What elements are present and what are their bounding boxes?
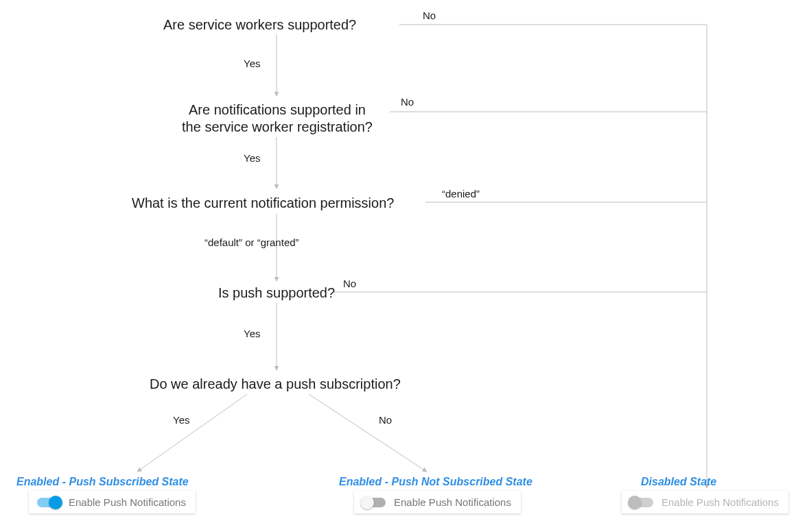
question-permission: What is the current notification permiss… bbox=[132, 195, 394, 212]
edge-q1-no: No bbox=[423, 10, 436, 21]
toggle-card-subscribed[interactable]: Enable Push Notifications bbox=[29, 491, 196, 513]
edge-q2-no: No bbox=[401, 96, 414, 108]
edge-q4-no: No bbox=[343, 278, 356, 289]
toggle-card-not-subscribed[interactable]: Enable Push Notifications bbox=[354, 491, 521, 513]
edge-q3-default-granted: “default” or “granted” bbox=[204, 237, 299, 248]
edge-q2-yes: Yes bbox=[244, 152, 260, 164]
question-service-workers: Are service workers supported? bbox=[163, 16, 356, 34]
toggle-disabled-icon bbox=[630, 498, 653, 507]
question-push-supported: Is push supported? bbox=[218, 285, 335, 302]
flow-lines bbox=[0, 0, 809, 532]
edge-q3-denied: “denied” bbox=[442, 188, 480, 200]
toggle-label: Enable Push Notifications bbox=[394, 496, 511, 508]
state-disabled: Disabled State bbox=[641, 476, 716, 488]
svg-line-9 bbox=[137, 394, 247, 472]
edge-q5-yes: Yes bbox=[173, 414, 189, 426]
state-enabled-subscribed: Enabled - Push Subscribed State bbox=[16, 476, 189, 488]
question-line2: the service worker registration? bbox=[182, 119, 373, 134]
svg-line-10 bbox=[309, 394, 427, 472]
state-enabled-not-subscribed: Enabled - Push Not Subscribed State bbox=[339, 476, 532, 488]
toggle-label: Enable Push Notifications bbox=[69, 496, 186, 508]
toggle-label: Enable Push Notifications bbox=[661, 496, 779, 508]
edge-q5-no: No bbox=[379, 414, 392, 426]
question-notifications-supported: Are notifications supported in the servi… bbox=[167, 101, 387, 136]
question-line1: Are notifications supported in bbox=[189, 102, 366, 117]
edge-q1-yes: Yes bbox=[244, 58, 260, 69]
toggle-card-disabled: Enable Push Notifications bbox=[622, 491, 788, 513]
edge-q4-yes: Yes bbox=[244, 328, 260, 339]
toggle-on-icon bbox=[37, 498, 60, 507]
question-push-subscription: Do we already have a push subscription? bbox=[150, 376, 401, 393]
toggle-off-icon bbox=[362, 498, 386, 507]
